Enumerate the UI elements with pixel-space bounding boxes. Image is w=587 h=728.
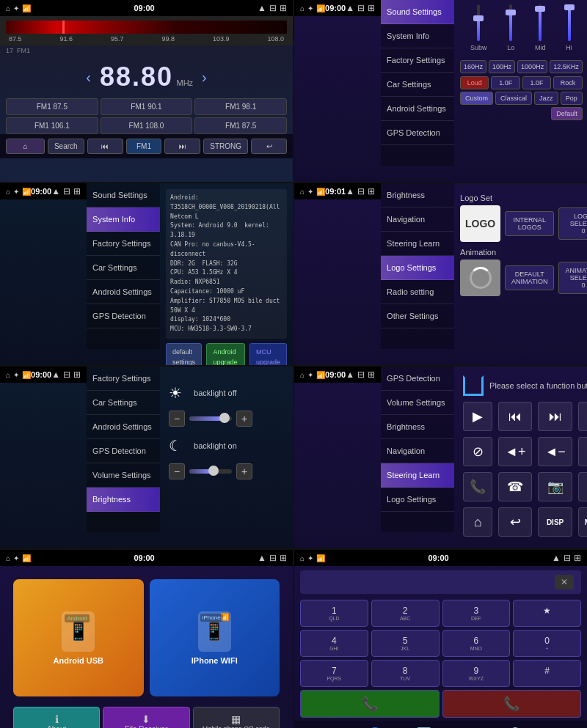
sb6-gps[interactable]: GPS Detection <box>381 367 454 391</box>
nav-next[interactable]: ⊞ <box>280 3 287 13</box>
up-arr-2[interactable]: ▲ <box>346 3 354 13</box>
eq-100hz[interactable]: 100Hz <box>489 60 515 73</box>
about-btn[interactable]: ℹ About <box>13 707 100 728</box>
nav4b[interactable]: ⊞ <box>368 186 375 196</box>
sb3-sysinfo[interactable]: System Info <box>87 207 160 232</box>
fn-mute[interactable]: ⊘ <box>463 437 492 466</box>
preset-classical[interactable]: Classical <box>495 92 532 105</box>
nav2b[interactable]: ⊞ <box>368 3 375 13</box>
eq-1f1[interactable]: 1.0F <box>491 76 519 89</box>
internal-logos-btn[interactable]: INTERNAL LOGOS <box>505 211 554 236</box>
recent-icon[interactable]: 🔄 <box>414 724 434 728</box>
qr-code-btn[interactable]: ▦ Mobile phone QR code <box>193 707 280 728</box>
contacts-icon[interactable]: 👤 <box>365 724 385 728</box>
sb3-factory[interactable]: Factory Settings <box>87 232 160 256</box>
sb5-gps[interactable]: GPS Detection <box>87 439 160 463</box>
back-btn[interactable]: ↩ <box>251 139 287 154</box>
sb3-android[interactable]: Android Settings <box>87 280 160 304</box>
preset-5[interactable]: FM1 108.0 <box>101 117 193 134</box>
sb4-steer[interactable]: Steering Learn <box>381 232 454 256</box>
sb6-steer[interactable]: Steering Learn <box>381 463 454 488</box>
eq-1khz[interactable]: 1000Hz <box>517 60 547 73</box>
off-plus-btn[interactable]: + <box>236 411 252 427</box>
fn-vol-down[interactable]: ◄− <box>538 437 572 466</box>
nav-7[interactable]: ⊟ <box>269 553 277 563</box>
freq-up[interactable]: › <box>202 69 207 86</box>
sidebar-android[interactable]: Android Settings <box>381 97 454 121</box>
sb6-logo[interactable]: Logo Settings <box>381 488 454 512</box>
eq-125khz[interactable]: 12.5KHz <box>550 60 583 73</box>
key-7[interactable]: 7 PQRS <box>300 660 368 687</box>
preset-3[interactable]: FM1 98.1 <box>194 98 287 115</box>
sb4-nav[interactable]: Navigation <box>381 207 454 232</box>
nav7b[interactable]: ⊞ <box>280 553 287 563</box>
key-8[interactable]: 8 TUV <box>371 660 440 687</box>
nav5b[interactable]: ⊞ <box>73 369 81 380</box>
sb3-sound[interactable]: Sound Settings <box>87 183 160 207</box>
fn-prev[interactable]: ⏮ <box>498 402 532 431</box>
key-1[interactable]: 1 QLD <box>300 600 368 627</box>
sidebar-sysinfo[interactable]: System Info <box>381 24 454 48</box>
key-star[interactable]: ★ <box>513 600 581 627</box>
on-plus-btn[interactable]: + <box>236 463 252 479</box>
sb4-logo[interactable]: Logo Settings <box>381 256 454 280</box>
fn-mode[interactable]: MODE <box>578 507 587 537</box>
sb5-bright[interactable]: Brightness <box>87 488 160 512</box>
fn-power[interactable]: ⏻ <box>578 472 587 501</box>
freq-down[interactable]: ‹ <box>86 69 91 86</box>
key-3[interactable]: 3 DEF <box>442 600 511 627</box>
nav-prev[interactable]: ⊟ <box>269 3 277 13</box>
fn-gps[interactable]: GPS <box>578 402 587 431</box>
key-hash[interactable]: # <box>513 660 581 687</box>
sb4-radio[interactable]: Radio setting <box>381 280 454 304</box>
sb6-bright[interactable]: Brightness <box>381 415 454 439</box>
on-minus-btn[interactable]: − <box>169 463 185 479</box>
nav-4[interactable]: ⊟ <box>357 186 365 196</box>
sb5-vol[interactable]: Volume Settings <box>87 463 160 488</box>
fn-vol-up[interactable]: ◄+ <box>498 437 532 466</box>
sidebar-sound[interactable]: Sound Settings <box>381 0 454 24</box>
eq-rock[interactable]: Rock <box>553 76 582 89</box>
search-btn[interactable]: Search <box>48 139 84 154</box>
sb5-factory[interactable]: Factory Settings <box>87 367 160 391</box>
preset-6[interactable]: FM1 87.5 <box>194 117 287 134</box>
iphone-wifi-tile[interactable]: 📱 📶 iPhone IPhone WIFI <box>150 579 280 696</box>
delete-btn[interactable]: ✕ <box>555 575 574 589</box>
sb3-car[interactable]: Car Settings <box>87 256 160 280</box>
nav-8[interactable]: ⊟ <box>564 553 571 563</box>
sb6-vol[interactable]: Volume Settings <box>381 391 454 415</box>
fn-photo[interactable]: 📷 <box>538 472 572 501</box>
end-call-btn[interactable]: 📞 <box>442 690 582 718</box>
music-icon[interactable]: ♪ <box>462 724 474 728</box>
key-4[interactable]: 4 GHI <box>300 630 368 657</box>
off-minus-btn[interactable]: − <box>169 411 185 427</box>
nav8b[interactable]: ⊞ <box>574 553 581 563</box>
key-5[interactable]: 5 JKL <box>371 630 440 657</box>
prev-btn[interactable]: ⏮ <box>87 139 123 154</box>
sidebar-gps[interactable]: GPS Detection <box>381 121 454 145</box>
up-arrow[interactable]: ▲ <box>258 3 266 13</box>
call-btn[interactable]: 📞 <box>300 690 440 718</box>
fn-call[interactable]: 📞 <box>463 472 492 501</box>
eq-160hz[interactable]: 160Hz <box>460 60 486 73</box>
preset-1[interactable]: FM1 87.5 <box>6 98 98 115</box>
sb6-nav[interactable]: Navigation <box>381 439 454 463</box>
sb4-other[interactable]: Other Settings <box>381 304 454 328</box>
mcu-upgrade-btn[interactable]: MCU upgrade <box>249 343 287 365</box>
eq-1f2[interactable]: 1.0F <box>522 76 551 89</box>
preset-default[interactable]: Default <box>551 107 583 120</box>
nav-6[interactable]: ⊟ <box>357 369 365 380</box>
preset-2[interactable]: FM1 90.1 <box>101 98 193 115</box>
preset-jazz[interactable]: Jazz <box>534 92 558 105</box>
sb5-android[interactable]: Android Settings <box>87 415 160 439</box>
key-9[interactable]: 9 WXYZ <box>442 660 511 687</box>
default-settings-btn[interactable]: default settings <box>166 343 202 365</box>
link-icon[interactable]: 🔗 <box>502 724 522 728</box>
sidebar-factory[interactable]: Factory Settings <box>381 48 454 73</box>
key-2[interactable]: 2 ABC <box>371 600 440 627</box>
preset-4[interactable]: FM1 106.1 <box>6 117 98 134</box>
on-slider-track[interactable] <box>189 469 232 474</box>
up-arr-7[interactable]: ▲ <box>258 553 266 563</box>
android-upgrade-btn[interactable]: Android upgrade <box>206 343 245 365</box>
fn-disp[interactable]: DISP <box>538 507 572 537</box>
